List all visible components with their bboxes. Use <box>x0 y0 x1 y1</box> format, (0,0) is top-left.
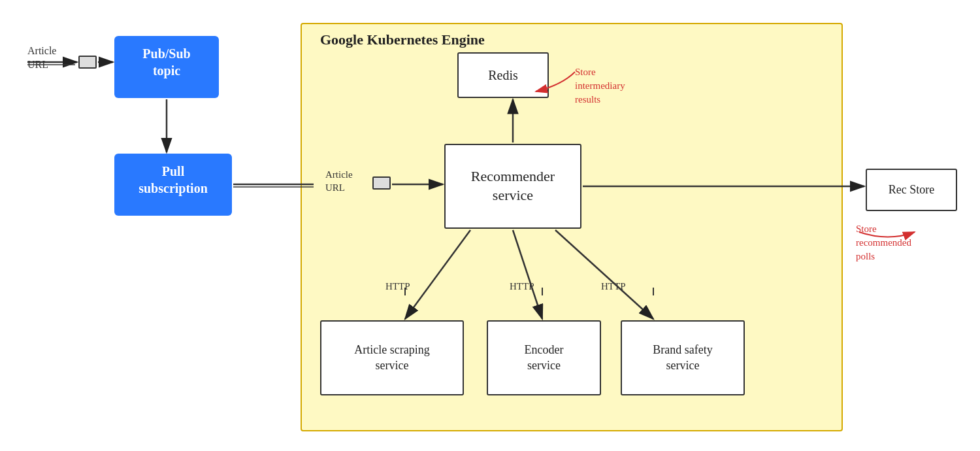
brand-safety-box: Brand safetyservice <box>621 320 745 395</box>
article-url-inner-label: ArticleURL <box>325 169 353 194</box>
article-scraping-box: Article scrapingservice <box>320 320 464 395</box>
http-label-2: HTTP <box>510 281 534 292</box>
http-label-1: HTTP <box>385 281 410 292</box>
rec-store-box: Rec Store <box>866 169 957 211</box>
pubsub-box: Pub/Subtopic <box>114 36 219 98</box>
message-icon-top <box>78 56 97 69</box>
article-url-label: ArticleURL <box>27 44 56 72</box>
pull-subscription-box: Pullsubscription <box>114 154 232 216</box>
http-label-3: HTTP <box>601 281 626 292</box>
recommender-box: Recommenderservice <box>444 144 581 229</box>
gke-label: Google Kubernetes Engine <box>320 31 485 48</box>
store-recommended-label: Storerecommendedpolls <box>856 222 911 263</box>
encoder-box: Encoderservice <box>487 320 601 395</box>
architecture-diagram: Google Kubernetes Engine ArticleURL Pub/… <box>0 0 980 451</box>
store-intermediary-label: Storeintermediaryresults <box>575 65 625 107</box>
redis-box: Redis <box>457 52 549 98</box>
message-icon-inner <box>372 176 391 190</box>
